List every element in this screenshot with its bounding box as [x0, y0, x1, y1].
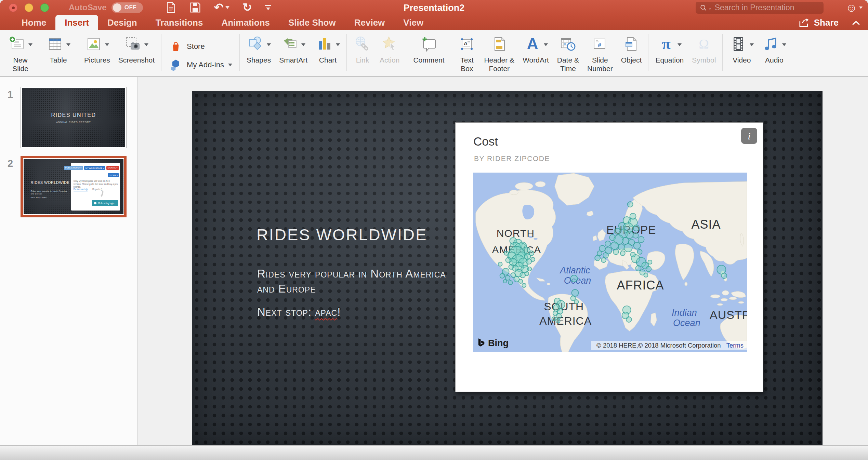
wordart-icon: A	[524, 33, 548, 55]
dropdown-caret-icon[interactable]	[144, 43, 148, 46]
slide-thumbnail-2-selected[interactable]: RIDES WORLDWIDE Rides very popular in No…	[21, 156, 127, 217]
ribbon-shapes-button[interactable]: Shapes	[242, 33, 275, 65]
save-button[interactable]	[189, 2, 201, 13]
map-bubble	[628, 202, 633, 207]
ribbon-group: AText BoxHeader & FooterAWordArtDate & T…	[451, 30, 648, 76]
tab-design[interactable]: Design	[98, 15, 146, 30]
map-bubble	[633, 225, 640, 231]
tab-home[interactable]: Home	[12, 15, 55, 30]
dropdown-caret-icon[interactable]	[228, 64, 232, 66]
tab-review[interactable]: Review	[345, 15, 394, 30]
map-bubble	[638, 236, 644, 243]
ribbon-group: VideoAudio	[723, 30, 793, 76]
ribbon-header-footer-button[interactable]: Header & Footer	[480, 33, 518, 73]
chart-label: Chart	[319, 56, 337, 64]
undo-dropdown-icon[interactable]	[225, 6, 229, 9]
ribbon-store-button[interactable]: Store	[167, 39, 207, 54]
card-title: Cost	[473, 135, 498, 148]
ribbon-equation-button[interactable]: πEquation	[651, 33, 688, 65]
close-button[interactable]	[9, 3, 17, 12]
minimize-button[interactable]	[25, 3, 33, 12]
bing-map[interactable]: NORTHAMERICAEUROPEASIAAFRICASOUTHAMERICA…	[473, 173, 747, 352]
map-bubble	[603, 253, 608, 258]
slide-number-icon: #	[591, 33, 609, 55]
ribbon-comment-button[interactable]: Comment	[409, 33, 448, 65]
ribbon-new-slide-button[interactable]: New Slide	[4, 33, 37, 73]
dropdown-caret-icon[interactable]	[105, 43, 109, 46]
dropdown-caret-icon[interactable]	[66, 43, 70, 46]
dropdown-caret-icon[interactable]	[267, 43, 271, 46]
tab-slide-show[interactable]: Slide Show	[279, 15, 345, 30]
mini-sign-out-button: SIGN-OUT	[106, 166, 119, 170]
share-label: Share	[814, 17, 839, 28]
ribbon-object-button[interactable]: Object	[617, 33, 646, 65]
undo-button[interactable]: ↶	[214, 2, 230, 13]
ribbon-text-box-button[interactable]: AText Box	[454, 33, 480, 73]
ribbon-table-button[interactable]: Table	[42, 33, 75, 65]
info-button[interactable]: i	[741, 128, 757, 144]
slide-title[interactable]: RIDES WORLDWIDE	[257, 225, 427, 244]
ribbon-group: Comment	[406, 30, 451, 76]
object-icon	[622, 33, 640, 55]
share-control[interactable]: Share	[798, 17, 860, 28]
tab-transitions[interactable]: Transitions	[146, 15, 212, 30]
thumb2-body-line: Rides very popular in North America	[30, 190, 70, 192]
slide-thumbnail-1[interactable]: RIDES UNITED ANNUAL RIDES REPORT	[21, 87, 127, 148]
ribbon-chart-button[interactable]: Chart	[312, 33, 344, 65]
ribbon-my-add-ins-button[interactable]: My Add-ins	[167, 57, 234, 72]
dropdown-caret-icon[interactable]	[336, 43, 340, 46]
action-icon	[381, 33, 398, 55]
powerbi-visual-card[interactable]: Cost BY RIDER ZIPCODE i	[455, 122, 763, 392]
autosave-control[interactable]: AutoSave OFF	[69, 2, 143, 13]
search-input[interactable]	[715, 3, 819, 12]
slide-canvas[interactable]: RIDES WORLDWIDE Rides very popular in No…	[192, 91, 823, 445]
tab-view[interactable]: View	[394, 15, 433, 30]
dropdown-caret-icon[interactable]	[782, 43, 786, 46]
map-bubble	[613, 249, 619, 255]
ribbon-slide-number-button[interactable]: #Slide Number	[583, 33, 617, 73]
window-bottom-bar	[0, 445, 868, 460]
fullscreen-button[interactable]	[40, 3, 49, 12]
map-bubble	[626, 317, 632, 322]
ribbon-smartart-button[interactable]: SmartArt	[275, 33, 312, 65]
map-bubble	[611, 242, 618, 249]
new-document-button[interactable]	[166, 1, 176, 14]
customize-toolbar-button[interactable]	[265, 5, 271, 10]
header-footer-label: Header & Footer	[484, 56, 514, 73]
terms-link[interactable]: Terms	[726, 342, 744, 349]
collapse-ribbon-icon[interactable]	[852, 20, 860, 26]
map-bubble	[518, 279, 523, 283]
ribbon-group: Table	[39, 30, 77, 76]
table-icon	[46, 33, 70, 55]
dropdown-caret-icon[interactable]	[750, 43, 754, 46]
ribbon-screenshot-button[interactable]: Screenshot	[114, 33, 159, 65]
map-bubble	[529, 251, 534, 256]
ribbon-group: LinkAction	[347, 30, 406, 76]
slide-body-text[interactable]: Rides very popular in North America and …	[257, 266, 452, 320]
dropdown-caret-icon[interactable]	[544, 43, 548, 46]
tab-animations[interactable]: Animations	[212, 15, 279, 30]
ribbon-wordart-button[interactable]: AWordArt	[518, 33, 553, 65]
feedback-button[interactable]: ☺	[845, 1, 863, 14]
redo-button[interactable]: ↻	[242, 2, 252, 13]
object-label: Object	[621, 56, 642, 64]
slide-body-line2: Next stop: apac!	[257, 305, 452, 320]
dropdown-caret-icon[interactable]	[301, 43, 305, 46]
dropdown-caret-icon[interactable]	[678, 43, 682, 46]
text-box-icon: A	[458, 33, 476, 55]
search-scope-chevron-icon[interactable]: ⌄	[708, 5, 712, 11]
mini-public-report-button: PUBLIC REPORT	[64, 166, 83, 170]
ribbon-audio-button[interactable]: Audio	[758, 33, 790, 65]
date-time-icon	[559, 33, 577, 55]
search-box[interactable]: ⌄	[696, 2, 824, 14]
autosave-toggle[interactable]: OFF	[111, 2, 143, 13]
ribbon-video-button[interactable]: Video	[725, 33, 758, 65]
ribbon-pictures-button[interactable]: Pictures	[80, 33, 114, 65]
map-bubble	[525, 272, 529, 276]
tab-insert[interactable]: Insert	[55, 15, 98, 30]
video-icon	[729, 33, 754, 55]
map-bubble	[575, 300, 579, 304]
slide-number-label: Slide Number	[587, 56, 613, 73]
dropdown-caret-icon[interactable]	[28, 43, 32, 46]
ribbon-date-time-button[interactable]: Date & Time	[553, 33, 583, 73]
